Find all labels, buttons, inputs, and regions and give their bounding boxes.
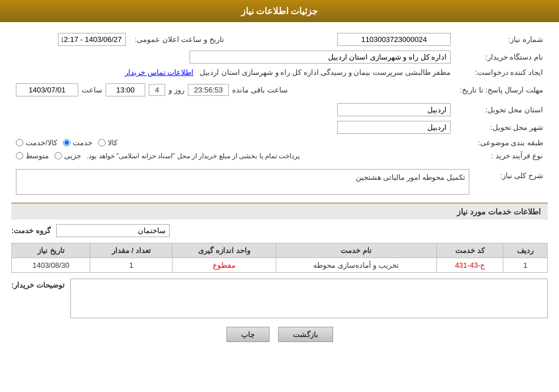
cell-row: 1: [503, 258, 548, 273]
row-category: طبقه بندی موضوعی: کالا/خدمت خدمت کالا: [11, 136, 548, 149]
buyer-notes-section: توضیحات خریدار:: [11, 279, 548, 318]
radio-jozei[interactable]: جزیی: [54, 151, 81, 160]
remaining-suffix: ساعت باقی مانده: [232, 86, 287, 94]
row-need-number: شماره نیاز: تاریخ و ساعت اعلان عمومی:: [11, 31, 548, 48]
remaining-time: 23:56:53: [188, 84, 229, 96]
need-number-label: شماره نیاز:: [455, 31, 548, 48]
announcement-date-input[interactable]: [58, 33, 126, 46]
row-deadline: مهلت ارسال پاسخ: تا تاریخ: ساعت 4 روز و …: [11, 79, 548, 101]
info-table: شماره نیاز: تاریخ و ساعت اعلان عمومی: نا…: [11, 31, 548, 162]
row-creator: ایجاد کننده درخواست: مظفر طالبشی سرپرست …: [11, 66, 548, 79]
radio-jozei-input[interactable]: [54, 152, 62, 159]
service-group-row: گروه خدمت:: [11, 224, 548, 237]
radio-kala-label: کالا: [108, 138, 117, 147]
radio-khedmat-label: خدمت: [73, 138, 93, 147]
page-header: جزئیات اطلاعات نیاز: [0, 0, 559, 22]
remaining-days-label: روز و: [169, 86, 184, 94]
radio-mootaset-label: متوسط: [26, 151, 49, 160]
deadline-label: مهلت ارسال پاسخ: تا تاریخ:: [455, 79, 548, 101]
col-name: نام خدمت: [276, 243, 436, 258]
cell-unit: مقطوع: [173, 258, 276, 273]
category-label: طبقه بندی موضوعی:: [455, 136, 548, 149]
description-box: تکمیل محوطه امور مالیاتی هشتجین: [16, 169, 469, 195]
buyer-org-value: [11, 48, 455, 66]
buyer-notes-textarea[interactable]: [70, 279, 548, 318]
delivery-province-value: [11, 101, 455, 119]
category-radio-group: کالا/خدمت خدمت کالا: [11, 136, 455, 149]
col-date: تاریخ نیاز: [12, 243, 90, 258]
need-number-value: [267, 31, 456, 48]
radio-mootaset-input[interactable]: [16, 152, 23, 159]
delivery-city-input[interactable]: [337, 121, 451, 134]
announcement-date-value: [11, 31, 131, 48]
radio-kala-khedmat-label: کالا/خدمت: [26, 138, 57, 147]
radio-jozei-label: جزیی: [64, 151, 81, 160]
page-container: جزئیات اطلاعات نیاز شماره نیاز: تاریخ و …: [0, 0, 559, 392]
description-label: شرح کلی نیاز:: [474, 167, 548, 197]
col-row: ردیف: [503, 243, 548, 258]
content-area: شماره نیاز: تاریخ و ساعت اعلان عمومی: نا…: [0, 22, 559, 351]
radio-kala-khedmat-input[interactable]: [16, 139, 23, 146]
purchase-type-label: نوع فرآیند خرید :: [455, 149, 548, 162]
deadline-time-input[interactable]: [106, 83, 145, 96]
radio-khedmat[interactable]: خدمت: [63, 138, 93, 147]
radio-kala-input[interactable]: [98, 139, 106, 146]
page-title: جزئیات اطلاعات نیاز: [241, 6, 318, 16]
row-buyer-org: نام دستگاه خریدار:: [11, 48, 548, 66]
delivery-province-input[interactable]: [337, 103, 451, 116]
buyer-notes-label: توضیحات خریدار:: [11, 279, 65, 289]
remaining-days: 4: [149, 84, 165, 96]
delivery-province-label: استان محل تحویل:: [455, 101, 548, 119]
description-value: تکمیل محوطه امور مالیاتی هشتجین: [11, 167, 474, 197]
purchase-type-note: پرداخت تمام یا بخشی از مبلغ خریدار از مح…: [87, 152, 300, 160]
purchase-type-row: متوسط جزیی پرداخت تمام یا بخشی از مبلغ خ…: [11, 149, 455, 162]
print-button[interactable]: چاپ: [226, 327, 270, 342]
need-number-input[interactable]: [337, 33, 451, 46]
back-button[interactable]: بازگشت: [278, 327, 333, 342]
radio-kala-khedmat[interactable]: کالا/خدمت: [16, 138, 57, 147]
creator-link[interactable]: اطلاعات تماس خریدار: [125, 68, 194, 77]
table-header-row: ردیف کد خدمت نام خدمت واحد اندازه گیری ت…: [12, 243, 548, 258]
col-quantity: تعداد / مقدار: [90, 243, 173, 258]
deadline-time-label: ساعت: [82, 86, 102, 94]
service-table-body: 1 ج-43-431 تخریب و آماده‌سازی محوطه مقطو…: [12, 258, 548, 273]
services-section-title: اطلاعات خدمات مورد نیاز: [11, 203, 548, 220]
delivery-city-label: شهر محل تحویل:: [455, 119, 548, 136]
description-text: تکمیل محوطه امور مالیاتی هشتجین: [356, 173, 465, 182]
description-row: شرح کلی نیاز: تکمیل محوطه امور مالیاتی ه…: [11, 167, 548, 197]
buyer-org-input[interactable]: [190, 50, 451, 64]
description-section: شرح کلی نیاز: تکمیل محوطه امور مالیاتی ه…: [11, 167, 548, 197]
announcement-date-label: تاریخ و ساعت اعلان عمومی:: [131, 31, 244, 48]
row-delivery-province: استان محل تحویل:: [11, 101, 548, 119]
creator-value: مظفر طالبشی سرپرست بیمان و رسیدگی اداره …: [11, 66, 455, 79]
radio-mootaset[interactable]: متوسط: [16, 151, 49, 160]
cell-quantity: 1: [90, 258, 173, 273]
cell-code: ج-43-431: [436, 258, 503, 273]
deadline-row: ساعت 4 روز و 23:56:53 ساعت باقی مانده: [11, 79, 455, 101]
col-unit: واحد اندازه گیری: [173, 243, 276, 258]
creator-label: ایجاد کننده درخواست:: [455, 66, 548, 79]
radio-kala[interactable]: کالا: [98, 138, 117, 147]
radio-khedmat-input[interactable]: [63, 139, 70, 146]
buttons-row: بازگشت چاپ: [11, 327, 548, 342]
creator-text: مظفر طالبشی سرپرست بیمان و رسیدگی اداره …: [200, 68, 451, 77]
cell-name: تخریب و آماده‌سازی محوطه: [276, 258, 436, 273]
service-group-input[interactable]: [56, 224, 170, 237]
delivery-city-value: [11, 119, 455, 136]
deadline-date-input[interactable]: [16, 83, 78, 96]
col-code: کد خدمت: [436, 243, 503, 258]
service-group-label: گروه خدمت:: [11, 226, 51, 235]
table-row: 1 ج-43-431 تخریب و آماده‌سازی محوطه مقطو…: [12, 258, 548, 273]
cell-date: 1403/08/30: [12, 258, 90, 273]
services-table: ردیف کد خدمت نام خدمت واحد اندازه گیری ت…: [11, 243, 548, 273]
row-delivery-city: شهر محل تحویل:: [11, 119, 548, 136]
buyer-org-label: نام دستگاه خریدار:: [455, 48, 548, 66]
row-purchase-type: نوع فرآیند خرید : متوسط جزیی پرداخت تمام…: [11, 149, 548, 162]
